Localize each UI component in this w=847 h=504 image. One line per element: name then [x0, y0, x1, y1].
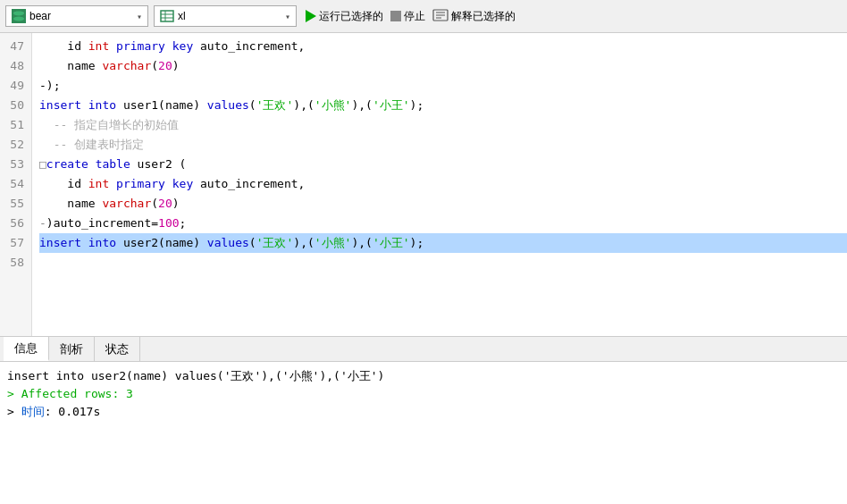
code-line: -)auto_increment=100; — [39, 214, 847, 233]
line-number: 58 — [0, 253, 31, 273]
code-line: id int primary key auto_increment, — [39, 37, 847, 56]
stop-button[interactable]: 停止 — [390, 9, 425, 24]
table-chevron-icon: ▾ — [285, 12, 290, 21]
line-number: 51 — [0, 115, 31, 135]
line-number: 48 — [0, 56, 31, 76]
db-selector[interactable]: bear ▾ — [5, 5, 148, 27]
explain-icon — [432, 9, 449, 24]
table-name-label: xl — [178, 10, 281, 22]
code-line: id int primary key auto_increment, — [39, 174, 847, 194]
play-icon — [306, 10, 316, 22]
line-number: 56 — [0, 214, 31, 233]
explain-button[interactable]: 解释已选择的 — [432, 9, 516, 24]
line-number: 53 — [0, 155, 31, 174]
explain-label: 解释已选择的 — [451, 9, 516, 24]
line-number: 50 — [0, 96, 31, 115]
line-number: 57 — [0, 233, 31, 253]
line-number: 49 — [0, 76, 31, 96]
line-number: 54 — [0, 174, 31, 194]
line-number: 52 — [0, 135, 31, 155]
output-line: > 时间: 0.017s — [7, 403, 840, 421]
db-icon — [12, 9, 26, 23]
svg-point-3 — [13, 12, 24, 16]
run-label: 运行已选择的 — [319, 9, 383, 24]
run-button[interactable]: 运行已选择的 — [306, 9, 383, 24]
line-number: 47 — [0, 37, 31, 56]
db-name-label: bear — [29, 10, 133, 22]
code-line: -- 指定自增长的初始值 — [39, 115, 847, 135]
stop-icon — [390, 11, 401, 21]
code-line: insert into user1(name) values('王欢'),('小… — [39, 96, 847, 115]
svg-point-2 — [13, 17, 24, 21]
svg-rect-4 — [161, 11, 173, 21]
bottom-tabs: 信息剖析状态 — [0, 337, 847, 362]
code-line — [39, 253, 847, 273]
code-line: name varchar(20) — [39, 194, 847, 214]
bottom-tab-剖析[interactable]: 剖析 — [49, 337, 95, 361]
line-numbers: 474849505152535455565758 — [0, 33, 32, 336]
code-line: □create table user2 ( — [39, 155, 847, 174]
bottom-tab-信息[interactable]: 信息 — [4, 337, 49, 361]
bottom-tab-状态[interactable]: 状态 — [95, 337, 140, 361]
table-icon — [160, 9, 174, 23]
output-line: insert into user2(name) values('王欢'),('小… — [7, 367, 840, 385]
output-area: insert into user2(name) values('王欢'),('小… — [0, 362, 847, 469]
code-line: -); — [39, 76, 847, 96]
output-line: > Affected rows: 3 — [7, 385, 840, 403]
code-line: -- 创建表时指定 — [39, 135, 847, 155]
table-selector[interactable]: xl ▾ — [154, 5, 297, 27]
line-number: 55 — [0, 194, 31, 214]
db-chevron-icon: ▾ — [137, 12, 142, 21]
code-editor[interactable]: 474849505152535455565758 id int primary … — [0, 33, 847, 337]
code-area[interactable]: id int primary key auto_increment, name … — [32, 33, 847, 336]
code-line: insert into user2(name) values('王欢'),('小… — [39, 233, 847, 253]
code-line: name varchar(20) — [39, 56, 847, 76]
toolbar-actions: 运行已选择的 停止 解释已选择的 — [306, 9, 516, 24]
stop-label: 停止 — [404, 9, 425, 24]
toolbar: bear ▾ xl ▾ 运行已选择的 停止 — [0, 0, 847, 33]
